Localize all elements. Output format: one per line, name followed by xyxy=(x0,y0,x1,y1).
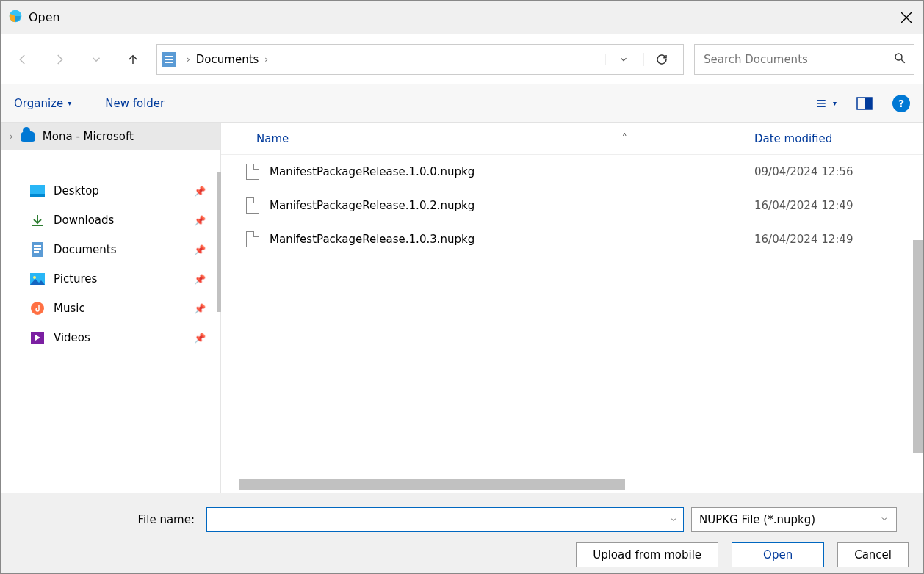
address-history-dropdown[interactable] xyxy=(605,54,640,65)
cancel-button[interactable]: Cancel xyxy=(837,542,909,567)
recent-locations-dropdown[interactable] xyxy=(83,46,109,73)
filetype-dropdown[interactable]: NUPKG File (*.nupkg) xyxy=(691,507,897,532)
quick-item-desktop[interactable]: Desktop 📌 xyxy=(10,176,212,206)
search-box[interactable] xyxy=(694,44,914,75)
quick-item-pictures[interactable]: Pictures 📌 xyxy=(10,264,212,294)
file-row[interactable]: ManifestPackageRelease.1.0.0.nupkg 09/04… xyxy=(221,155,923,189)
pictures-icon xyxy=(30,272,45,286)
svg-point-17 xyxy=(33,276,36,279)
up-button[interactable] xyxy=(120,46,146,73)
svg-rect-14 xyxy=(34,248,41,250)
refresh-button[interactable] xyxy=(643,53,679,66)
filetype-value: NUPKG File (*.nupkg) xyxy=(699,513,815,526)
chevron-right-icon[interactable]: › xyxy=(264,54,268,65)
open-button[interactable]: Open xyxy=(732,542,824,567)
filename-combobox[interactable] xyxy=(206,507,684,532)
new-folder-button[interactable]: New folder xyxy=(105,97,165,110)
preview-pane-toggle[interactable] xyxy=(854,93,875,114)
file-name: ManifestPackageRelease.1.0.3.nupkg xyxy=(270,233,754,246)
svg-point-3 xyxy=(895,54,902,60)
svg-rect-11 xyxy=(30,194,45,197)
quick-item-label: Music xyxy=(54,302,85,315)
titlebar: Open xyxy=(1,1,923,34)
pin-icon: 📌 xyxy=(194,333,206,344)
close-button[interactable] xyxy=(889,1,923,34)
pin-icon: 📌 xyxy=(194,244,206,255)
file-row[interactable]: ManifestPackageRelease.1.0.2.nupkg 16/04… xyxy=(221,189,923,222)
svg-line-4 xyxy=(901,59,905,63)
quick-item-videos[interactable]: Videos 📌 xyxy=(10,323,212,352)
filename-label: File name: xyxy=(15,513,199,526)
file-date: 09/04/2024 12:56 xyxy=(754,165,923,178)
file-row[interactable]: ManifestPackageRelease.1.0.3.nupkg 16/04… xyxy=(221,222,923,256)
view-mode-dropdown[interactable]: ▾ xyxy=(816,93,837,114)
horizontal-scrollbar[interactable] xyxy=(239,479,625,490)
chevron-right-icon[interactable]: › xyxy=(10,131,13,142)
quick-item-label: Downloads xyxy=(54,214,114,227)
file-date: 16/04/2024 12:49 xyxy=(754,233,923,246)
file-date: 16/04/2024 12:49 xyxy=(754,199,923,212)
nav-tree: › Mona - Microsoft Desktop 📌 Downloads 📌… xyxy=(1,123,221,493)
quick-item-label: Pictures xyxy=(54,272,97,286)
quick-item-label: Desktop xyxy=(54,184,99,197)
pin-icon: 📌 xyxy=(194,274,206,285)
filename-input[interactable] xyxy=(207,513,663,526)
body: › Mona - Microsoft Desktop 📌 Downloads 📌… xyxy=(1,123,923,493)
filename-dropdown-button[interactable] xyxy=(663,508,683,531)
quick-item-documents[interactable]: Documents 📌 xyxy=(10,235,212,264)
vertical-scrollbar[interactable] xyxy=(913,240,923,453)
organize-dropdown[interactable]: Organize ▾ xyxy=(14,97,71,110)
videos-icon xyxy=(30,330,45,345)
file-list-pane: Name ˄ Date modified ManifestPackageRele… xyxy=(221,123,923,493)
downloads-icon xyxy=(30,213,45,228)
chevron-down-icon: ▾ xyxy=(68,99,71,107)
svg-rect-13 xyxy=(34,245,41,247)
file-icon xyxy=(246,197,259,214)
file-icon xyxy=(246,231,259,247)
back-button[interactable] xyxy=(10,46,36,73)
quick-item-label: Documents xyxy=(54,243,117,256)
svg-rect-9 xyxy=(865,98,872,109)
desktop-icon xyxy=(30,184,45,198)
upload-from-mobile-button[interactable]: Upload from mobile xyxy=(576,542,718,567)
column-header-name[interactable]: Name ˄ xyxy=(221,132,754,145)
file-rows: ManifestPackageRelease.1.0.0.nupkg 09/04… xyxy=(221,155,923,479)
chevron-down-icon: ▾ xyxy=(833,99,837,107)
column-headers: Name ˄ Date modified xyxy=(221,123,923,155)
column-header-date[interactable]: Date modified xyxy=(754,132,923,145)
search-icon[interactable] xyxy=(893,51,906,68)
tree-root-label: Mona - Microsoft xyxy=(43,130,134,143)
footer: File name: NUPKG File (*.nupkg) Upload f… xyxy=(1,493,923,574)
sort-asc-icon: ˄ xyxy=(621,132,627,145)
chevron-right-icon[interactable]: › xyxy=(187,54,190,65)
music-icon xyxy=(30,301,45,316)
file-icon xyxy=(246,164,259,180)
help-button[interactable]: ? xyxy=(892,95,910,112)
toolbar: Organize ▾ New folder ▾ ? xyxy=(1,84,923,123)
pin-icon: 📌 xyxy=(194,186,206,197)
pin-icon: 📌 xyxy=(194,303,206,314)
window-title: Open xyxy=(29,10,60,24)
file-name: ManifestPackageRelease.1.0.0.nupkg xyxy=(270,165,754,178)
nav-row: › Documents › xyxy=(1,34,923,84)
quick-item-label: Videos xyxy=(54,331,90,344)
pin-icon: 📌 xyxy=(194,215,206,226)
folder-icon xyxy=(162,52,176,67)
quick-access: Desktop 📌 Downloads 📌 Documents 📌 Pictur… xyxy=(10,161,212,352)
chevron-down-icon xyxy=(880,513,889,526)
onedrive-icon xyxy=(21,131,35,142)
breadcrumb[interactable]: › Documents › xyxy=(156,44,684,75)
forward-button[interactable] xyxy=(46,46,73,73)
svg-rect-10 xyxy=(30,185,45,195)
edge-icon xyxy=(8,9,23,26)
documents-icon xyxy=(30,242,45,257)
svg-rect-15 xyxy=(34,251,39,253)
file-name: ManifestPackageRelease.1.0.2.nupkg xyxy=(270,199,754,212)
breadcrumb-segment-documents[interactable]: Documents xyxy=(196,53,259,66)
quick-item-music[interactable]: Music 📌 xyxy=(10,294,212,323)
quick-item-downloads[interactable]: Downloads 📌 xyxy=(10,206,212,235)
tree-root-onedrive[interactable]: › Mona - Microsoft xyxy=(1,123,220,150)
search-input[interactable] xyxy=(702,52,893,67)
